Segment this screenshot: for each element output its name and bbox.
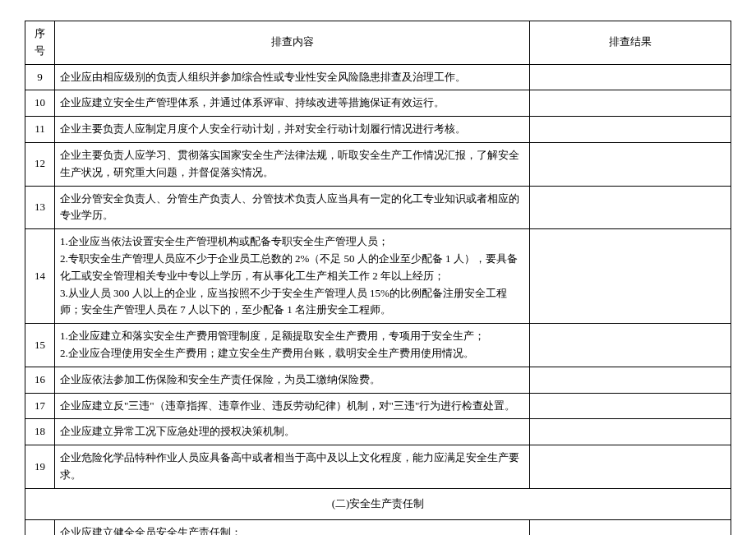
row-result [530,142,731,186]
row-content: 企业危险化学品特种作业人员应具备高中或者相当于高中及以上文化程度，能力应满足安全… [55,445,530,489]
table-row: 11企业主要负责人应制定月度个人安全行动计划，并对安全行动计划履行情况进行考核。 [25,117,731,143]
table-row: 13企业分管安全负责人、分管生产负责人、分管技术负责人应当具有一定的化工专业知识… [25,186,731,229]
row-num: 10 [25,90,55,117]
row-content: 企业应建立异常工况下应急处理的授权决策机制。 [55,419,530,445]
table-row: 9企业应由相应级别的负责人组织并参加综合性或专业性安全风险隐患排查及治理工作。 [25,64,731,90]
row-content: 企业应建立健全全员安全生产责任制： 1.应明确各级管理部门及基层单位的安全生产责… [55,519,530,535]
row-num: 19 [25,445,55,489]
row-content: 企业应依法参加工伤保险和安全生产责任保险，为员工缴纳保险费。 [55,367,530,393]
table-row: 18企业应建立异常工况下应急处理的授权决策机制。 [25,419,731,445]
inspection-table: 序号 排查内容 排查结果 9企业应由相应级别的负责人组织并参加综合性或专业性安全… [25,21,731,535]
row-result [530,445,731,489]
row-content: 1.企业应建立和落实安全生产费用管理制度，足额提取安全生产费用，专项用于安全生产… [55,324,530,367]
row-content: 企业应建立安全生产管理体系，并通过体系评审、持续改进等措施保证有效运行。 [55,90,530,117]
row-result [530,519,731,535]
row-num: 9 [25,64,55,90]
table-row: 141.企业应当依法设置安全生产管理机构或配备专职安全生产管理人员； 2.专职安… [25,229,731,324]
header-num: 序号 [25,21,55,65]
row-num: 18 [25,419,55,445]
table-row: 19企业危险化学品特种作业人员应具备高中或者相当于高中及以上文化程度，能力应满足… [25,445,731,489]
table-row: 1企业应建立健全全员安全生产责任制： 1.应明确各级管理部门及基层单位的安全生产… [25,519,731,535]
table-row: 10企业应建立安全生产管理体系，并通过体系评审、持续改进等措施保证有效运行。 [25,90,731,117]
row-content: 企业主要负责人应制定月度个人安全行动计划，并对安全行动计划履行情况进行考核。 [55,117,530,143]
row-num: 13 [25,186,55,229]
table-row: 17企业应建立反"三违"（违章指挥、违章作业、违反劳动纪律）机制，对"三违"行为… [25,393,731,419]
row-num: 12 [25,142,55,186]
row-result [530,367,731,393]
header-content: 排查内容 [55,21,530,65]
row-result [530,64,731,90]
table-row: 16企业应依法参加工伤保险和安全生产责任保险，为员工缴纳保险费。 [25,367,731,393]
row-num: 16 [25,367,55,393]
row-num: 15 [25,324,55,367]
section-header-row: (二)安全生产责任制 [25,488,731,519]
row-content: 企业应建立反"三违"（违章指挥、违章作业、违反劳动纪律）机制，对"三违"行为进行… [55,393,530,419]
row-num: 14 [25,229,55,324]
row-result [530,419,731,445]
row-content: 企业应由相应级别的负责人组织并参加综合性或专业性安全风险隐患排查及治理工作。 [55,64,530,90]
header-result: 排查结果 [530,21,731,65]
row-num: 11 [25,117,55,143]
row-result [530,117,731,143]
row-content: 企业分管安全负责人、分管生产负责人、分管技术负责人应当具有一定的化工专业知识或者… [55,186,530,229]
row-result [530,324,731,367]
row-result [530,90,731,117]
header-row: 序号 排查内容 排查结果 [25,21,731,65]
row-result [530,229,731,324]
row-num: 17 [25,393,55,419]
row-result [530,393,731,419]
row-num: 1 [25,519,55,535]
table-row: 151.企业应建立和落实安全生产费用管理制度，足额提取安全生产费用，专项用于安全… [25,324,731,367]
section-title: (二)安全生产责任制 [25,488,731,519]
table-row: 12企业主要负责人应学习、贯彻落实国家安全生产法律法规，听取安全生产工作情况汇报… [25,142,731,186]
row-content: 企业主要负责人应学习、贯彻落实国家安全生产法律法规，听取安全生产工作情况汇报，了… [55,142,530,186]
row-result [530,186,731,229]
row-content: 1.企业应当依法设置安全生产管理机构或配备专职安全生产管理人员； 2.专职安全生… [55,229,530,324]
